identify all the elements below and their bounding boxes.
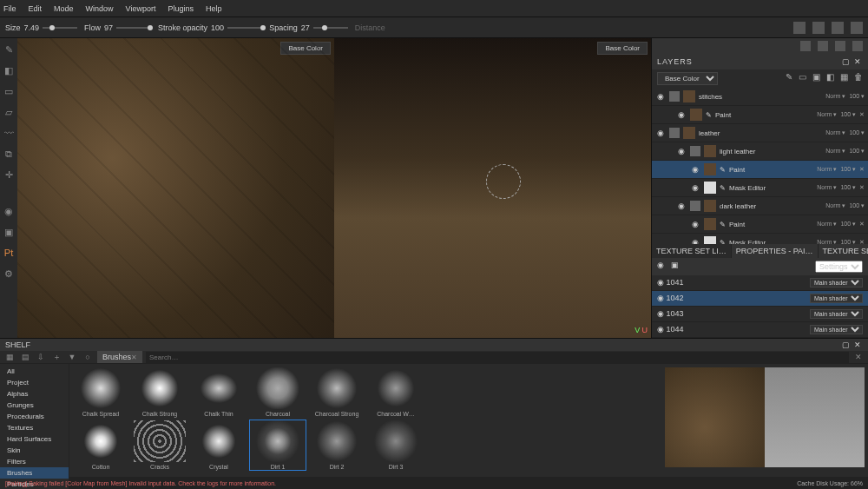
capture-icon[interactable]: [851, 22, 863, 34]
panel-icon[interactable]: [800, 41, 811, 51]
smudge-tool-icon[interactable]: 〰: [3, 127, 15, 139]
layer-blend[interactable]: Norm ▾: [817, 111, 837, 118]
brush-preset[interactable]: Cracks: [132, 420, 187, 470]
shelf-category[interactable]: Brushes: [0, 467, 69, 479]
shader-dropdown[interactable]: Main shader: [810, 309, 863, 319]
layer-row[interactable]: ◉✎PaintNorm ▾100 ▾✕: [652, 215, 868, 234]
brush-preset[interactable]: Dirt 2: [309, 420, 365, 470]
quick-mask-icon[interactable]: ◉: [3, 205, 15, 217]
panel-icon[interactable]: [835, 41, 845, 51]
layer-blend[interactable]: Norm ▾: [825, 93, 845, 100]
brush-preset[interactable]: Cotton: [73, 420, 128, 470]
camera-icon[interactable]: [812, 22, 825, 34]
layer-opacity[interactable]: 100 ▾: [840, 221, 856, 228]
picker-tool-icon[interactable]: ✛: [3, 169, 15, 181]
tab-texture-set-settings[interactable]: TEXTURE SET SETTIN…: [819, 244, 868, 258]
panel-icon[interactable]: [852, 41, 863, 51]
layer-opacity[interactable]: 100 ▾: [840, 111, 856, 118]
layer-row[interactable]: ◉leatherNorm ▾100 ▾: [652, 124, 868, 142]
menu-window[interactable]: Window: [86, 4, 114, 13]
layer-close-icon[interactable]: ✕: [859, 221, 865, 228]
panel-icon[interactable]: [818, 41, 828, 51]
brush-preset[interactable]: Chalk Strong: [132, 367, 187, 417]
shelf-category[interactable]: Textures: [0, 422, 69, 433]
viewport-mode-icon[interactable]: [793, 22, 806, 34]
visibility-icon[interactable]: ◉: [676, 202, 687, 210]
add-group-icon[interactable]: ▣: [812, 72, 821, 82]
layer-blend[interactable]: Norm ▾: [825, 129, 845, 136]
brush-preset[interactable]: Charcoal Strong: [309, 367, 365, 417]
brush-preset[interactable]: Chalk Spread: [73, 367, 128, 417]
shelf-category[interactable]: Filters: [0, 456, 69, 467]
texture-set-row[interactable]: ◉ 1041Main shader: [652, 275, 868, 291]
size-slider[interactable]: Size 7.49: [5, 23, 77, 32]
reference-image[interactable]: [665, 367, 865, 467]
close-icon[interactable]: ✕: [854, 57, 863, 66]
projection-tool-icon[interactable]: ▭: [3, 85, 15, 97]
shelf-category[interactable]: Hard Surfaces: [0, 433, 69, 445]
visibility-icon[interactable]: ◉: [690, 238, 700, 244]
layer-blend[interactable]: Norm ▾: [817, 221, 837, 228]
flow-slider[interactable]: Flow 97: [84, 23, 151, 32]
close-icon[interactable]: ✕: [854, 340, 863, 349]
brush-preset[interactable]: Charcoal: [250, 367, 306, 417]
visibility-icon[interactable]: ◉: [690, 183, 700, 192]
shelf-clear-icon[interactable]: ✕: [852, 351, 865, 363]
shelf-search-input[interactable]: [146, 352, 849, 363]
layer-blend[interactable]: Norm ▾: [817, 166, 837, 173]
layer-row[interactable]: ◉light leatherNorm ▾100 ▾: [652, 142, 868, 161]
visibility-icon[interactable]: ◉: [676, 110, 687, 119]
undock-icon[interactable]: ▢: [842, 57, 851, 66]
visibility-icon[interactable]: ◉: [690, 220, 700, 228]
menu-file[interactable]: File: [3, 4, 16, 13]
texture-set-row[interactable]: ◉ 1044Main shader: [652, 322, 868, 338]
undock-icon[interactable]: ▢: [842, 340, 851, 349]
shelf-filter-tag[interactable]: Brushes ✕: [97, 351, 142, 363]
brush-preset[interactable]: Chalk Thin: [191, 367, 247, 417]
add-fill-icon[interactable]: ◧: [825, 72, 835, 82]
spacing-slider[interactable]: Spacing 27: [269, 23, 348, 32]
shelf-filter-icon[interactable]: ▼: [66, 351, 78, 363]
menu-plugins[interactable]: Plugins: [168, 4, 194, 13]
visibility-icon[interactable]: ◉: [657, 278, 664, 287]
brush-preset[interactable]: Charcoal W…: [368, 367, 424, 417]
shelf-view-icon[interactable]: ▦: [3, 351, 16, 363]
add-effect-icon[interactable]: ▭: [798, 72, 807, 82]
menu-viewport[interactable]: Viewport: [126, 4, 156, 13]
layer-opacity[interactable]: 100 ▾: [849, 93, 865, 100]
shelf-category[interactable]: Grunges: [0, 400, 69, 411]
layer-opacity[interactable]: 100 ▾: [849, 148, 865, 155]
shelf-category[interactable]: All: [0, 366, 69, 377]
ts-settings-dropdown[interactable]: Settings: [815, 261, 863, 273]
opacity-slider[interactable]: Stroke opacity 100: [158, 23, 262, 32]
layer-row[interactable]: ◉dark leatherNorm ▾100 ▾: [652, 197, 868, 215]
layer-close-icon[interactable]: ✕: [859, 184, 865, 191]
layer-blend[interactable]: Norm ▾: [825, 202, 845, 209]
visibility-icon[interactable]: ◉: [690, 165, 700, 174]
brush-preset[interactable]: Dirt 3: [368, 420, 424, 470]
tab-properties[interactable]: PROPERTIES - PAI…: [732, 244, 819, 258]
visibility-icon[interactable]: ◉: [657, 294, 664, 302]
menu-mode[interactable]: Mode: [54, 4, 74, 13]
shelf-import-icon[interactable]: ⇩: [35, 351, 47, 363]
layer-opacity[interactable]: 100 ▾: [849, 202, 865, 209]
layer-channel-dropdown[interactable]: Base Color: [657, 72, 718, 85]
brush-preset[interactable]: Crystal: [191, 420, 247, 470]
texture-set-row[interactable]: ◉ 1043Main shader: [652, 307, 868, 322]
delete-layer-icon[interactable]: 🗑: [853, 72, 863, 82]
shader-dropdown[interactable]: Main shader: [810, 294, 863, 303]
clone-tool-icon[interactable]: ⧉: [3, 148, 15, 160]
shelf-category[interactable]: Project: [0, 377, 69, 388]
shader-dropdown[interactable]: Main shader: [810, 325, 863, 334]
visibility-icon[interactable]: ◉: [655, 129, 666, 137]
viewport-2d[interactable]: Base Color YX V U: [334, 38, 651, 338]
paint-tool-icon[interactable]: ✎: [3, 43, 15, 56]
shelf-view-icon[interactable]: ▤: [19, 351, 31, 363]
visibility-icon[interactable]: ◉: [676, 147, 687, 155]
viewport-3d[interactable]: Base Color: [17, 38, 334, 338]
visibility-icon[interactable]: ◉: [657, 309, 664, 318]
ts-icon[interactable]: ◉: [657, 261, 666, 269]
add-layer-icon[interactable]: ▦: [839, 72, 849, 82]
layer-opacity[interactable]: 100 ▾: [840, 184, 856, 191]
layer-opacity[interactable]: 100 ▾: [840, 166, 856, 173]
